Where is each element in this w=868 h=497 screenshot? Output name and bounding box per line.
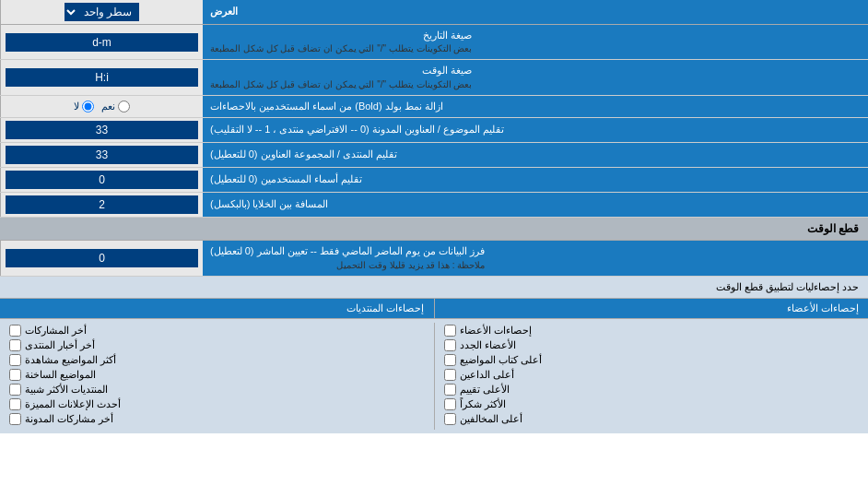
username-limit-input[interactable] (6, 171, 198, 189)
cb-last-announcements[interactable] (9, 398, 21, 410)
checkbox-item-top-rated: الأعلى تقييم (444, 384, 860, 396)
checkbox-item-forum-news: أخر أخبار المنتدى (9, 339, 425, 351)
checkbox-item-top-old: المواضيع الساخنة (9, 369, 425, 381)
display-mode-cell: سطر واحد متعدد (0, 0, 203, 24)
topic-subject-limit-label: تقليم الموضوع / العناوين المدونة (0 -- ا… (203, 118, 868, 142)
bold-yes-radio[interactable] (118, 101, 130, 112)
cb-most-thanked[interactable] (444, 398, 456, 410)
section-title-label: العرض (203, 0, 868, 24)
realtime-days-note: ملاحظة : هذا قد يزيد قليلا وقت التحميل (210, 259, 485, 272)
cb-top-online[interactable] (444, 369, 456, 381)
cb-last-donated[interactable] (9, 413, 21, 425)
cb-new-members[interactable] (444, 339, 456, 351)
realtime-days-input[interactable] (6, 249, 198, 267)
date-format-input-cell (0, 25, 203, 59)
cb-most-similar[interactable] (9, 384, 21, 396)
col2-header: إحصاءات الأعضاء (434, 299, 869, 318)
date-format-note: بعض التكوينات يتطلب "/" التي يمكن ان تضا… (210, 42, 472, 55)
checkbox-item-last-announcements: أحدث الإعلانات المميزة (9, 398, 425, 410)
display-mode-select[interactable]: سطر واحد متعدد (65, 3, 139, 21)
cb-forum-news[interactable] (9, 339, 21, 351)
cell-spacing-input-cell (0, 193, 203, 217)
bold-remove-input-cell: نعم لا (0, 96, 203, 117)
checkbox-item-new-members: الأعضاء الجدد (444, 339, 860, 351)
checkbox-item-members-stats: إحصاءات الأعضاء (444, 325, 860, 337)
realtime-days-input-cell (0, 241, 203, 275)
forum-group-limit-input[interactable] (6, 146, 198, 164)
topic-subject-limit-input[interactable] (6, 121, 198, 139)
topic-subject-limit-text: تقليم الموضوع / العناوين المدونة (0 -- ا… (210, 123, 504, 136)
realtime-days-title: فرز البيانات من يوم الماضر الماضي فقط --… (210, 244, 485, 258)
date-format-label: صيغة التاريخ بعض التكوينات يتطلب "/" الت… (203, 25, 868, 59)
username-limit-input-cell (0, 168, 203, 192)
col1-header: إحصاءات المنتديات (0, 299, 434, 318)
checkbox-col2: إحصاءات الأعضاء الأعضاء الجدد أعلى كتاب … (435, 323, 869, 430)
checkbox-item-most-thanked: الأكثر شكراً (444, 398, 860, 410)
bold-no-label[interactable]: لا (74, 101, 94, 112)
realtime-section-title: قطع الوقت (807, 222, 859, 235)
checkbox-item-top-referrers: أعلى المخالفين (444, 413, 860, 425)
cb-top-rated[interactable] (444, 384, 456, 396)
cell-spacing-label: المسافة بين الخلايا (بالبكسل) (203, 193, 868, 217)
time-format-label: صيغة الوقت بعض التكوينات يتطلب "/" التي … (203, 60, 868, 94)
forum-group-limit-text: تقليم المنتدى / المجموعة العناوين (0 للت… (210, 148, 397, 161)
checkbox-item-most-similar: المنتديات الأكثر شبية (9, 384, 425, 396)
realtime-days-label: فرز البيانات من يوم الماضر الماضي فقط --… (203, 241, 868, 275)
checkbox-col1: أخر المشاركات أخر أخبار المنتدى أكثر الم… (0, 323, 435, 430)
bold-remove-radio-group: نعم لا (74, 101, 130, 112)
realtime-section-header: قطع الوقت (0, 218, 868, 241)
time-format-input[interactable] (6, 68, 198, 87)
bold-remove-text: ازالة نمط بولد (Bold) من اسماء المستخدمي… (210, 100, 443, 113)
cb-top-referrers[interactable] (444, 413, 456, 425)
checkbox-item-top-online: أعلى الداعين (444, 369, 860, 381)
checkbox-item-most-viewed: أكثر المواضيع مشاهدة (9, 354, 425, 366)
time-format-input-cell (0, 60, 203, 94)
cell-spacing-input[interactable] (6, 195, 198, 214)
time-format-title: صيغة الوقت (210, 64, 472, 77)
checkbox-item-top-posters: أعلى كتاب المواضيع (444, 354, 860, 366)
bold-yes-label[interactable]: نعم (101, 101, 130, 112)
topic-subject-limit-input-cell (0, 118, 203, 142)
bold-remove-label: ازالة نمط بولد (Bold) من اسماء المستخدمي… (203, 96, 868, 117)
date-format-input[interactable] (6, 33, 198, 52)
cell-spacing-text: المسافة بين الخلايا (بالبكسل) (210, 197, 329, 211)
cb-top-old[interactable] (9, 369, 21, 381)
username-limit-label: تقليم أسماء المستخدمين (0 للتعطيل) (203, 168, 868, 192)
forum-group-limit-input-cell (0, 143, 203, 167)
cb-top-posters[interactable] (444, 354, 456, 366)
cb-last-posts[interactable] (9, 325, 21, 337)
username-limit-text: تقليم أسماء المستخدمين (0 للتعطيل) (210, 172, 362, 186)
cb-most-viewed[interactable] (9, 354, 21, 366)
apply-stats-label: حدد إحصاءليات لتطبيق قطع الوقت (0, 277, 868, 298)
bold-no-radio[interactable] (82, 101, 94, 112)
checkbox-item-last-donated: أخر مشاركات المدونة (9, 413, 425, 425)
time-format-note: بعض التكوينات يتطلب "/" التي يمكن ان تضا… (210, 78, 472, 91)
forum-group-limit-label: تقليم المنتدى / المجموعة العناوين (0 للت… (203, 143, 868, 167)
checkbox-item-last-posts: أخر المشاركات (9, 325, 425, 337)
date-format-title: صيغة التاريخ (210, 29, 472, 42)
cb-members-stats[interactable] (444, 325, 456, 337)
